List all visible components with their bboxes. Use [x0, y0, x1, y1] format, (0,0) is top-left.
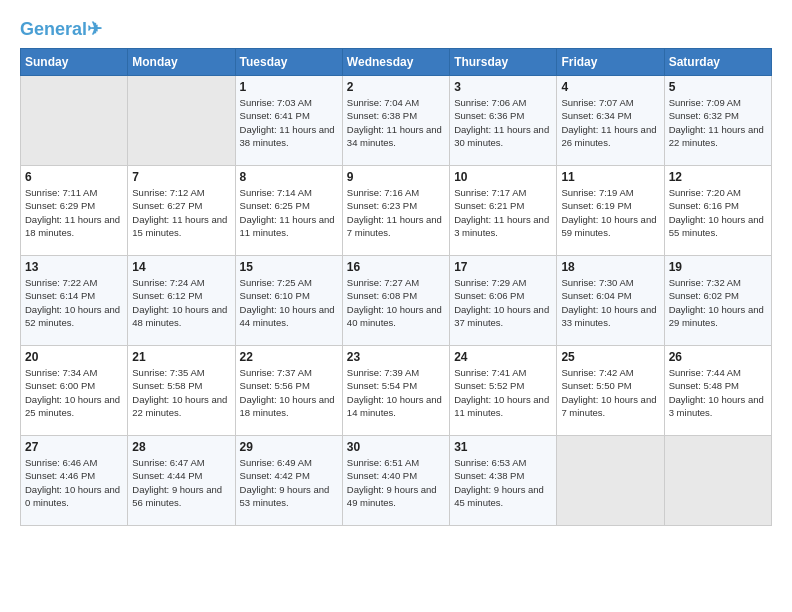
calendar-day-cell: 5Sunrise: 7:09 AMSunset: 6:32 PMDaylight… — [664, 76, 771, 166]
calendar-day-cell: 21Sunrise: 7:35 AMSunset: 5:58 PMDayligh… — [128, 346, 235, 436]
day-number: 28 — [132, 440, 230, 454]
calendar-day-cell: 2Sunrise: 7:04 AMSunset: 6:38 PMDaylight… — [342, 76, 449, 166]
calendar-day-cell: 13Sunrise: 7:22 AMSunset: 6:14 PMDayligh… — [21, 256, 128, 346]
page-header: General✈ — [20, 20, 772, 38]
calendar-day-cell: 10Sunrise: 7:17 AMSunset: 6:21 PMDayligh… — [450, 166, 557, 256]
calendar-day-cell: 6Sunrise: 7:11 AMSunset: 6:29 PMDaylight… — [21, 166, 128, 256]
calendar-day-cell: 7Sunrise: 7:12 AMSunset: 6:27 PMDaylight… — [128, 166, 235, 256]
weekday-header-cell: Sunday — [21, 49, 128, 76]
day-info: Sunrise: 7:24 AMSunset: 6:12 PMDaylight:… — [132, 276, 230, 329]
weekday-header-cell: Monday — [128, 49, 235, 76]
calendar-day-cell: 26Sunrise: 7:44 AMSunset: 5:48 PMDayligh… — [664, 346, 771, 436]
calendar-day-cell: 12Sunrise: 7:20 AMSunset: 6:16 PMDayligh… — [664, 166, 771, 256]
day-info: Sunrise: 7:22 AMSunset: 6:14 PMDaylight:… — [25, 276, 123, 329]
day-number: 9 — [347, 170, 445, 184]
calendar-day-cell: 28Sunrise: 6:47 AMSunset: 4:44 PMDayligh… — [128, 436, 235, 526]
day-number: 17 — [454, 260, 552, 274]
day-info: Sunrise: 7:29 AMSunset: 6:06 PMDaylight:… — [454, 276, 552, 329]
day-info: Sunrise: 7:06 AMSunset: 6:36 PMDaylight:… — [454, 96, 552, 149]
day-info: Sunrise: 6:46 AMSunset: 4:46 PMDaylight:… — [25, 456, 123, 509]
day-number: 16 — [347, 260, 445, 274]
day-number: 25 — [561, 350, 659, 364]
day-number: 30 — [347, 440, 445, 454]
day-info: Sunrise: 7:41 AMSunset: 5:52 PMDaylight:… — [454, 366, 552, 419]
calendar-day-cell: 8Sunrise: 7:14 AMSunset: 6:25 PMDaylight… — [235, 166, 342, 256]
calendar-day-cell: 25Sunrise: 7:42 AMSunset: 5:50 PMDayligh… — [557, 346, 664, 436]
day-number: 5 — [669, 80, 767, 94]
day-info: Sunrise: 7:07 AMSunset: 6:34 PMDaylight:… — [561, 96, 659, 149]
day-number: 23 — [347, 350, 445, 364]
calendar-day-cell: 23Sunrise: 7:39 AMSunset: 5:54 PMDayligh… — [342, 346, 449, 436]
calendar-week-row: 20Sunrise: 7:34 AMSunset: 6:00 PMDayligh… — [21, 346, 772, 436]
day-info: Sunrise: 6:53 AMSunset: 4:38 PMDaylight:… — [454, 456, 552, 509]
logo: General✈ — [20, 20, 102, 38]
day-number: 24 — [454, 350, 552, 364]
calendar-day-cell: 24Sunrise: 7:41 AMSunset: 5:52 PMDayligh… — [450, 346, 557, 436]
day-info: Sunrise: 7:25 AMSunset: 6:10 PMDaylight:… — [240, 276, 338, 329]
day-info: Sunrise: 7:34 AMSunset: 6:00 PMDaylight:… — [25, 366, 123, 419]
calendar-day-cell: 9Sunrise: 7:16 AMSunset: 6:23 PMDaylight… — [342, 166, 449, 256]
day-number: 26 — [669, 350, 767, 364]
day-number: 18 — [561, 260, 659, 274]
day-info: Sunrise: 7:27 AMSunset: 6:08 PMDaylight:… — [347, 276, 445, 329]
day-info: Sunrise: 7:35 AMSunset: 5:58 PMDaylight:… — [132, 366, 230, 419]
day-info: Sunrise: 6:51 AMSunset: 4:40 PMDaylight:… — [347, 456, 445, 509]
day-info: Sunrise: 7:30 AMSunset: 6:04 PMDaylight:… — [561, 276, 659, 329]
logo-text-line1: General✈ — [20, 20, 102, 38]
calendar-table: SundayMondayTuesdayWednesdayThursdayFrid… — [20, 48, 772, 526]
day-info: Sunrise: 7:19 AMSunset: 6:19 PMDaylight:… — [561, 186, 659, 239]
day-info: Sunrise: 7:03 AMSunset: 6:41 PMDaylight:… — [240, 96, 338, 149]
calendar-day-cell: 15Sunrise: 7:25 AMSunset: 6:10 PMDayligh… — [235, 256, 342, 346]
day-number: 14 — [132, 260, 230, 274]
day-info: Sunrise: 7:42 AMSunset: 5:50 PMDaylight:… — [561, 366, 659, 419]
day-number: 3 — [454, 80, 552, 94]
calendar-day-cell: 3Sunrise: 7:06 AMSunset: 6:36 PMDaylight… — [450, 76, 557, 166]
calendar-day-cell — [664, 436, 771, 526]
day-number: 15 — [240, 260, 338, 274]
day-number: 29 — [240, 440, 338, 454]
day-info: Sunrise: 7:20 AMSunset: 6:16 PMDaylight:… — [669, 186, 767, 239]
day-number: 2 — [347, 80, 445, 94]
day-info: Sunrise: 7:37 AMSunset: 5:56 PMDaylight:… — [240, 366, 338, 419]
day-info: Sunrise: 7:11 AMSunset: 6:29 PMDaylight:… — [25, 186, 123, 239]
calendar-day-cell — [557, 436, 664, 526]
weekday-header-cell: Thursday — [450, 49, 557, 76]
calendar-week-row: 27Sunrise: 6:46 AMSunset: 4:46 PMDayligh… — [21, 436, 772, 526]
day-number: 20 — [25, 350, 123, 364]
calendar-day-cell: 1Sunrise: 7:03 AMSunset: 6:41 PMDaylight… — [235, 76, 342, 166]
day-number: 10 — [454, 170, 552, 184]
calendar-day-cell: 19Sunrise: 7:32 AMSunset: 6:02 PMDayligh… — [664, 256, 771, 346]
day-number: 12 — [669, 170, 767, 184]
calendar-day-cell: 27Sunrise: 6:46 AMSunset: 4:46 PMDayligh… — [21, 436, 128, 526]
weekday-header-cell: Saturday — [664, 49, 771, 76]
calendar-day-cell: 30Sunrise: 6:51 AMSunset: 4:40 PMDayligh… — [342, 436, 449, 526]
weekday-header-row: SundayMondayTuesdayWednesdayThursdayFrid… — [21, 49, 772, 76]
day-number: 22 — [240, 350, 338, 364]
calendar-day-cell: 31Sunrise: 6:53 AMSunset: 4:38 PMDayligh… — [450, 436, 557, 526]
calendar-day-cell: 14Sunrise: 7:24 AMSunset: 6:12 PMDayligh… — [128, 256, 235, 346]
calendar-day-cell: 22Sunrise: 7:37 AMSunset: 5:56 PMDayligh… — [235, 346, 342, 436]
calendar-day-cell: 11Sunrise: 7:19 AMSunset: 6:19 PMDayligh… — [557, 166, 664, 256]
weekday-header-cell: Wednesday — [342, 49, 449, 76]
day-info: Sunrise: 7:12 AMSunset: 6:27 PMDaylight:… — [132, 186, 230, 239]
day-number: 7 — [132, 170, 230, 184]
calendar-day-cell: 29Sunrise: 6:49 AMSunset: 4:42 PMDayligh… — [235, 436, 342, 526]
day-info: Sunrise: 7:04 AMSunset: 6:38 PMDaylight:… — [347, 96, 445, 149]
day-number: 19 — [669, 260, 767, 274]
calendar-day-cell: 16Sunrise: 7:27 AMSunset: 6:08 PMDayligh… — [342, 256, 449, 346]
day-number: 11 — [561, 170, 659, 184]
day-info: Sunrise: 7:44 AMSunset: 5:48 PMDaylight:… — [669, 366, 767, 419]
day-info: Sunrise: 7:14 AMSunset: 6:25 PMDaylight:… — [240, 186, 338, 239]
weekday-header-cell: Tuesday — [235, 49, 342, 76]
day-info: Sunrise: 7:17 AMSunset: 6:21 PMDaylight:… — [454, 186, 552, 239]
calendar-body: 1Sunrise: 7:03 AMSunset: 6:41 PMDaylight… — [21, 76, 772, 526]
day-info: Sunrise: 7:16 AMSunset: 6:23 PMDaylight:… — [347, 186, 445, 239]
day-number: 31 — [454, 440, 552, 454]
calendar-day-cell: 17Sunrise: 7:29 AMSunset: 6:06 PMDayligh… — [450, 256, 557, 346]
calendar-week-row: 1Sunrise: 7:03 AMSunset: 6:41 PMDaylight… — [21, 76, 772, 166]
calendar-day-cell: 20Sunrise: 7:34 AMSunset: 6:00 PMDayligh… — [21, 346, 128, 436]
day-info: Sunrise: 7:39 AMSunset: 5:54 PMDaylight:… — [347, 366, 445, 419]
day-number: 27 — [25, 440, 123, 454]
day-number: 8 — [240, 170, 338, 184]
day-number: 4 — [561, 80, 659, 94]
